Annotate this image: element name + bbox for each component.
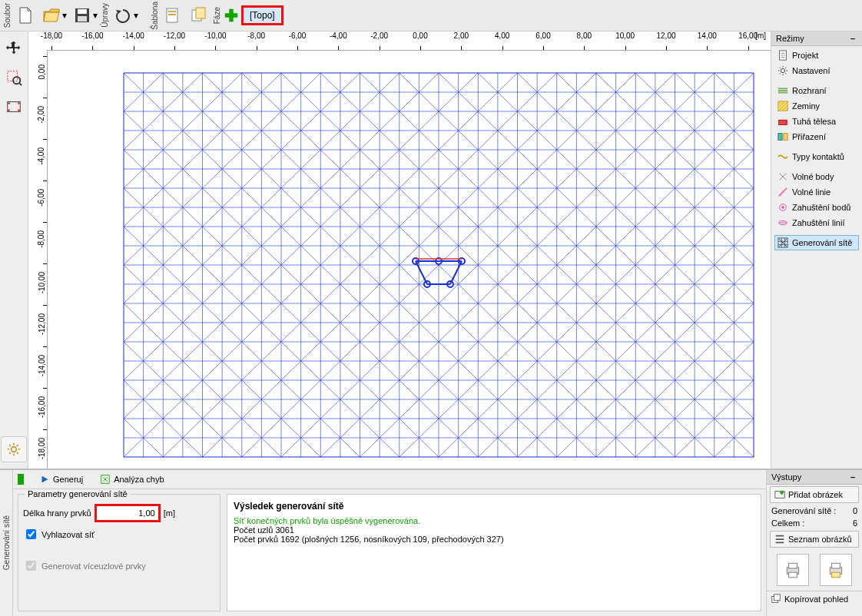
- svg-rect-31: [789, 563, 797, 568]
- edge-length-label: Délka hrany prvků: [23, 508, 91, 518]
- svg-point-11: [13, 77, 20, 84]
- image-list-button[interactable]: Seznam obrázků: [770, 531, 859, 548]
- print-button-2[interactable]: [820, 554, 852, 586]
- edit-label: Úpravy: [101, 2, 109, 29]
- outputs-panel: Výstupy – Přidat obrázek Generování sítě…: [766, 470, 862, 616]
- zoom-extents-tool[interactable]: [3, 96, 25, 118]
- multinode-checkbox[interactable]: [26, 561, 36, 571]
- multinode-checkbox-row[interactable]: Generovat víceuzlové prvky: [23, 558, 215, 573]
- svg-rect-34: [832, 563, 840, 568]
- add-image-button[interactable]: Přidat obrázek: [770, 486, 859, 503]
- svg-rect-32: [789, 572, 797, 578]
- svg-rect-7: [196, 8, 205, 18]
- svg-rect-37: [774, 594, 780, 601]
- svg-rect-10: [8, 71, 18, 81]
- line-icon: [777, 187, 788, 197]
- svg-rect-1: [78, 9, 87, 14]
- analyze-errors-button[interactable]: Analýza chyb: [95, 472, 168, 486]
- gear-icon: [777, 65, 788, 76]
- viewport[interactable]: [m] -18,00-16,00-14,00-12,00-10,00-8,00-…: [28, 31, 771, 469]
- action-bar: Generuj Analýza chyb: [13, 470, 766, 489]
- svg-point-20: [781, 68, 784, 72]
- mode-zahuštění-bodů[interactable]: Zahuštění bodů: [774, 200, 859, 215]
- pan-tool[interactable]: [3, 38, 25, 59]
- minimize-panel[interactable]: –: [848, 34, 857, 43]
- layers-icon: [777, 85, 788, 96]
- svg-rect-21: [778, 101, 787, 111]
- success-message: Síť konečných prvků byla úspěšně vygener…: [234, 516, 754, 525]
- node-count: Počet uzlů 3061: [234, 525, 754, 535]
- svg-rect-24: [784, 134, 787, 141]
- print-button-1[interactable]: [777, 554, 809, 586]
- smooth-checkbox[interactable]: [26, 529, 36, 539]
- svg-rect-22: [779, 120, 787, 124]
- mesh-icon: [777, 237, 788, 248]
- results-box: Výsledek generování sítě Síť konečných p…: [227, 494, 761, 611]
- settings-button[interactable]: [1, 436, 27, 462]
- svg-rect-35: [832, 572, 840, 578]
- phase-label: Fáze: [213, 5, 221, 25]
- template-button[interactable]: [161, 3, 185, 28]
- template-label: Šablona: [151, 0, 159, 31]
- svg-rect-9: [225, 13, 238, 18]
- smooth-checkbox-row[interactable]: Vyhlazovat síť: [23, 527, 215, 541]
- mesh-canvas: [47, 50, 771, 469]
- mode-volné-body[interactable]: Volné body: [774, 169, 859, 184]
- element-count: Počet prvků 1692 (plošných 1256, nosníko…: [234, 535, 754, 544]
- minimize-outputs[interactable]: –: [848, 472, 857, 482]
- view-toolbar: [0, 31, 28, 469]
- mode-tuhá-tělesa[interactable]: Tuhá tělesa: [774, 114, 859, 129]
- save-dropdown[interactable]: ▾: [91, 10, 99, 21]
- block-icon: [777, 116, 788, 127]
- svg-point-13: [12, 447, 17, 452]
- mode-projekt[interactable]: Projekt: [774, 48, 859, 63]
- svg-rect-4: [168, 11, 176, 12]
- topo-phase-button[interactable]: [Topo]: [241, 5, 283, 25]
- copy-view-button[interactable]: Kopírovat pohled: [767, 591, 862, 607]
- svg-rect-23: [778, 134, 782, 141]
- contact-icon: [777, 151, 788, 162]
- mode-zahuštění-linií[interactable]: Zahuštění linií: [774, 215, 859, 230]
- modes-panel: Režimy – ProjektNastaveníRozhraníZeminyT…: [771, 31, 862, 469]
- add-phase-button[interactable]: [223, 3, 240, 28]
- mode-rozhraní[interactable]: Rozhraní: [774, 83, 859, 98]
- svg-point-26: [781, 206, 784, 209]
- open-dropdown[interactable]: ▾: [61, 10, 68, 21]
- svg-rect-2: [78, 16, 87, 22]
- outputs-header: Výstupy –: [767, 470, 862, 485]
- undo-dropdown[interactable]: ▾: [132, 10, 140, 21]
- status-indicator: [18, 474, 24, 485]
- copy-template-button[interactable]: [187, 3, 211, 28]
- svg-rect-5: [168, 14, 176, 15]
- hatch-icon: [777, 101, 788, 111]
- modes-header: Režimy –: [771, 31, 862, 46]
- bottom-panel: Generování sítě Generuj Analýza chyb Par…: [0, 469, 862, 616]
- new-file-button[interactable]: [13, 3, 38, 28]
- main-area: [m] -18,00-16,00-14,00-12,00-10,00-8,00-…: [0, 31, 862, 469]
- assign-icon: [777, 131, 788, 142]
- doc-icon: [777, 50, 788, 61]
- mode-nastavení[interactable]: Nastavení: [774, 63, 859, 78]
- main-toolbar: Soubor ▾ ▾ Úpravy ▾ Šablona Fáze [Topo]: [0, 0, 862, 31]
- ruler-horizontal: [m] -18,00-16,00-14,00-12,00-10,00-8,00-…: [47, 31, 771, 51]
- mode-zeminy[interactable]: Zeminy: [774, 98, 859, 114]
- point-icon: [777, 171, 788, 182]
- params-box: Parametry generování sítě Délka hrany pr…: [18, 494, 220, 611]
- side-tab[interactable]: Generování sítě: [0, 470, 13, 616]
- generate-button[interactable]: Generuj: [35, 472, 88, 486]
- zoom-window-tool[interactable]: [3, 67, 25, 88]
- mode-přiřazení[interactable]: Přiřazení: [774, 129, 859, 144]
- ruler-vertical: 0,00-2,00-4,00-6,00-8,00-10,00-12,00-14,…: [28, 50, 48, 469]
- file-label: Soubor: [3, 2, 12, 29]
- edge-length-input[interactable]: [94, 504, 161, 522]
- mode-generování-sítě[interactable]: Generování sítě: [774, 235, 859, 250]
- densln-icon: [777, 217, 788, 228]
- mode-typy-kontaktů[interactable]: Typy kontaktů: [774, 149, 859, 164]
- denspt-icon: [777, 202, 788, 213]
- mode-volné-linie[interactable]: Volné linie: [774, 184, 859, 200]
